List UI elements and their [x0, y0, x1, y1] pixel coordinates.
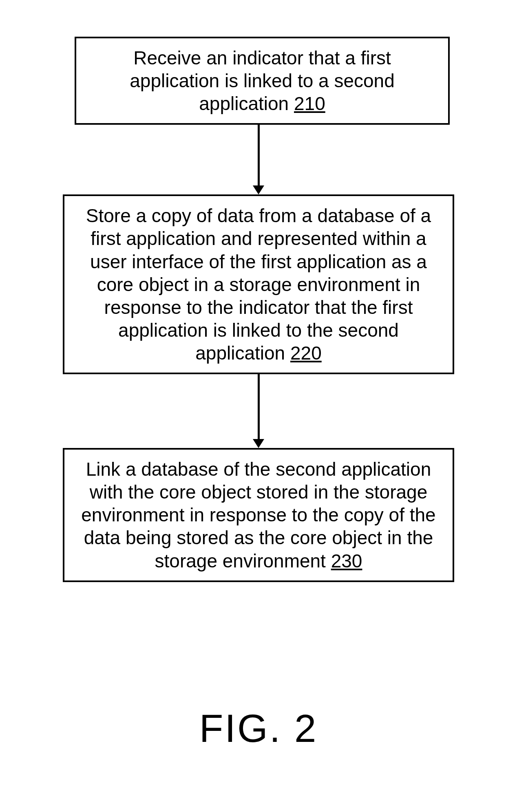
flowchart-step-220: Store a copy of data from a database of … — [63, 194, 454, 374]
step-reference: 230 — [331, 550, 362, 571]
flowchart-step-230: Link a database of the second applicatio… — [63, 448, 454, 582]
step-text: Receive an indicator that a first applic… — [130, 47, 395, 114]
arrow-down-icon — [253, 125, 264, 194]
figure-label: FIG. 2 — [199, 706, 318, 751]
step-text: Store a copy of data from a database of … — [86, 205, 431, 364]
step-reference: 220 — [290, 342, 322, 364]
flowchart-step-210: Receive an indicator that a first applic… — [75, 37, 450, 125]
step-reference: 210 — [294, 93, 325, 114]
step-text: Link a database of the second applicatio… — [81, 459, 435, 571]
arrow-down-icon — [253, 374, 264, 448]
flowchart-diagram: Receive an indicator that a first applic… — [55, 37, 462, 582]
